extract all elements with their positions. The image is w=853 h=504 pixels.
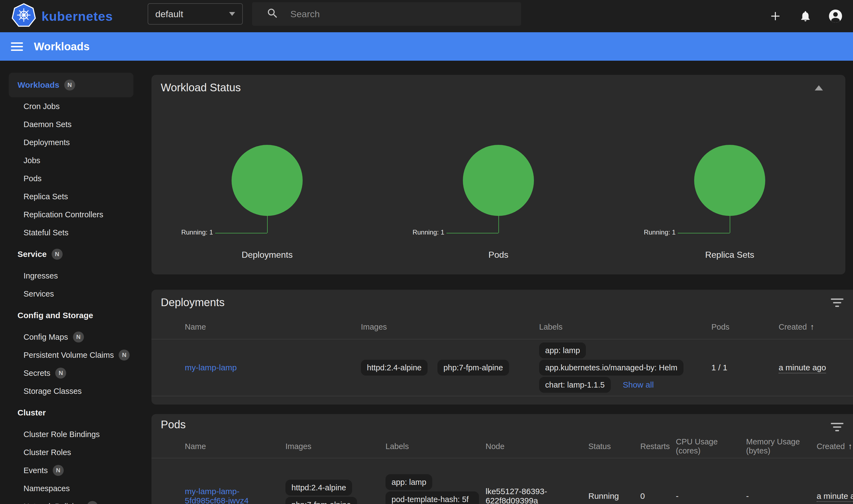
create-plus-button[interactable]: [768, 9, 782, 23]
sidebar-item-daemon-sets[interactable]: Daemon Sets: [0, 115, 142, 133]
show-all-labels-link[interactable]: Show all: [623, 380, 654, 389]
workload-graph-pods: Running: 1 Pods: [383, 100, 614, 264]
label-chip: app: lamp: [386, 474, 432, 490]
sidebar-item-ingresses[interactable]: Ingresses: [0, 267, 142, 285]
deployments-card: Deployments Name Images Labels Pods Crea…: [152, 290, 853, 404]
leader-line-vertical: [730, 216, 730, 233]
notifications-bell-button[interactable]: [798, 9, 813, 23]
sidebar-item-service[interactable]: Service N: [0, 245, 142, 263]
sidebar-item-persistent-volume-claims[interactable]: Persistent Volume Claims N: [0, 346, 142, 364]
column-header-name[interactable]: Name: [185, 323, 361, 331]
namespace-selector[interactable]: default: [148, 3, 243, 24]
logo-wordmark: kubernetes: [41, 9, 113, 24]
deployments-pie-chart: [232, 145, 303, 216]
kubernetes-dashboard: kubernetes default: [0, 0, 853, 504]
column-header-name[interactable]: Name: [185, 442, 285, 451]
replica-sets-pie-chart: [694, 145, 765, 216]
new-badge: N: [73, 331, 84, 342]
nav-group-cluster: Cluster Cluster Role Bindings Cluster Ro…: [0, 404, 142, 504]
column-header-cpu-usage[interactable]: CPU Usage (cores): [676, 437, 746, 455]
replica-sets-graph-title: Replica Sets: [614, 250, 845, 260]
image-chip: httpd:2.4-alpine: [361, 360, 428, 376]
sidebar-nav: Workloads N Cron Jobs Daemon Sets Deploy…: [0, 61, 142, 504]
deployment-name-link[interactable]: my-lamp-lamp: [185, 363, 237, 372]
leader-line-horizontal: [446, 233, 498, 233]
leader-line-vertical: [498, 216, 499, 233]
column-header-labels[interactable]: Labels: [539, 323, 711, 331]
sidebar-item-jobs[interactable]: Jobs: [0, 151, 142, 169]
header-actions: [768, 0, 853, 32]
column-header-restarts[interactable]: Restarts: [640, 442, 676, 451]
sidebar-item-replica-sets[interactable]: Replica Sets: [0, 187, 142, 205]
sort-ascending-icon: ↑: [848, 442, 852, 451]
filter-list-icon[interactable]: [831, 423, 843, 432]
sidebar-item-pods[interactable]: Pods: [0, 169, 142, 187]
column-header-node[interactable]: Node: [485, 442, 588, 451]
search-input[interactable]: [290, 8, 504, 20]
column-header-images[interactable]: Images: [285, 442, 386, 451]
new-badge: N: [53, 465, 64, 476]
image-chip: php:7-fpm-alpine: [438, 360, 509, 376]
sidebar-item-deployments[interactable]: Deployments: [0, 133, 142, 151]
pods-card-title: Pods: [152, 414, 853, 435]
pod-memory-usage: -: [746, 491, 817, 501]
column-header-images[interactable]: Images: [361, 323, 539, 331]
pod-table-row[interactable]: my-lamp-lamp-5fd985cf68-jwvz4 httpd:2.4-…: [152, 458, 853, 504]
image-chip: php:7-fpm-alpine: [285, 497, 357, 504]
label-chip: app.kubernetes.io/managed-by: Helm: [539, 360, 683, 376]
sidebar-item-secrets[interactable]: Secrets N: [0, 364, 142, 382]
sidebar-item-stateful-sets[interactable]: Stateful Sets: [0, 223, 142, 241]
sidebar-item-events[interactable]: Events N: [0, 461, 142, 480]
kubernetes-logo[interactable]: kubernetes: [11, 3, 113, 29]
search-bar[interactable]: [252, 2, 521, 26]
image-chip: httpd:2.4-alpine: [285, 480, 352, 496]
label-chip: chart: lamp-1.1.5: [539, 377, 611, 393]
leader-line-vertical: [267, 216, 268, 233]
new-badge: N: [119, 349, 129, 360]
column-header-pods[interactable]: Pods: [711, 323, 779, 331]
column-header-created[interactable]: Created↑: [779, 322, 853, 331]
sidebar-item-storage-classes[interactable]: Storage Classes: [0, 382, 142, 400]
account-avatar-button[interactable]: [829, 9, 842, 23]
chevron-down-icon: [229, 12, 235, 16]
sidebar-item-cluster-roles[interactable]: Cluster Roles: [0, 443, 142, 461]
namespace-selected-value: default: [155, 9, 229, 19]
kubernetes-logo-icon: [11, 3, 37, 30]
replica-sets-running-label: Running: 1: [644, 229, 676, 236]
sidebar-item-network-policies[interactable]: Network Policies N: [0, 498, 142, 504]
sidebar-item-cluster-role-bindings[interactable]: Cluster Role Bindings: [0, 425, 142, 443]
column-header-memory-usage[interactable]: Memory Usage (bytes): [746, 437, 817, 455]
leader-line-horizontal: [678, 233, 730, 233]
new-badge: N: [87, 501, 98, 504]
column-header-created[interactable]: Created↑: [817, 442, 853, 451]
workload-status-card: Workload Status Running: 1 Deployments R…: [152, 75, 845, 274]
search-icon: [266, 7, 279, 21]
sidebar-item-services[interactable]: Services: [0, 285, 142, 303]
workload-status-title: Workload Status: [152, 75, 845, 100]
deployment-table-row[interactable]: my-lamp-lamp httpd:2.4-alpinephp:7-fpm-a…: [152, 340, 853, 396]
new-badge: N: [64, 79, 75, 90]
created-timestamp: a minute ago: [817, 491, 853, 502]
created-timestamp: a minute ago: [779, 363, 826, 373]
sidebar-item-workloads[interactable]: Workloads N: [9, 73, 134, 97]
nav-group-workloads: Workloads N Cron Jobs Daemon Sets Deploy…: [0, 73, 142, 241]
pod-name-link[interactable]: my-lamp-lamp-5fd985cf68-jwvz4: [185, 487, 249, 504]
sidebar-item-namespaces[interactable]: Namespaces: [0, 480, 142, 498]
column-header-status[interactable]: Status: [588, 442, 640, 451]
pods-graph-title: Pods: [383, 250, 614, 260]
label-chip: pod-template-hash: 5fd985cf68: [386, 491, 479, 504]
nav-group-config-and-storage: Config and Storage Config Maps N Persist…: [0, 306, 142, 400]
leader-line-horizontal: [215, 233, 267, 233]
page-title: Workloads: [34, 40, 90, 53]
pod-status: Running: [588, 491, 640, 501]
sidebar-item-replication-controllers[interactable]: Replication Controllers: [0, 205, 142, 223]
collapse-section-icon[interactable]: [815, 85, 823, 90]
menu-hamburger-icon[interactable]: [11, 40, 23, 53]
workload-graph-deployments: Running: 1 Deployments: [152, 100, 383, 264]
nav-group-service: Service N Ingresses Services: [0, 245, 142, 303]
filter-list-icon[interactable]: [831, 299, 843, 308]
column-header-labels[interactable]: Labels: [386, 442, 485, 451]
sidebar-item-config-maps[interactable]: Config Maps N: [0, 328, 142, 346]
label-chip: app: lamp: [539, 342, 586, 358]
sidebar-item-cron-jobs[interactable]: Cron Jobs: [0, 97, 142, 115]
